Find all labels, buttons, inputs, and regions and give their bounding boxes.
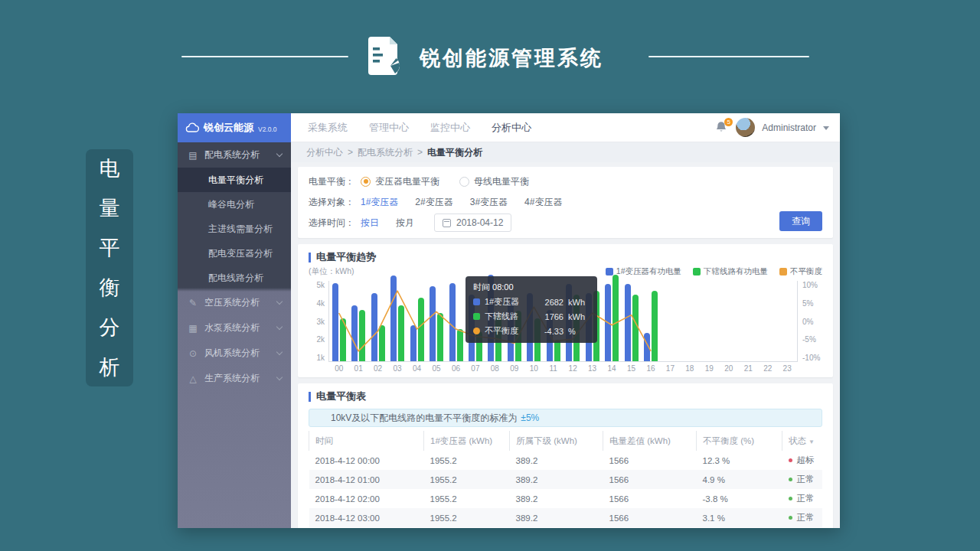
time-mode-按日[interactable]: 按日 [361,217,379,230]
sidebar-version: V2.0.0 [258,126,277,133]
radio-变压器电量平衡[interactable]: 变压器电量平衡 [361,175,439,188]
object-chip-2#变压器[interactable]: 2#变压器 [415,196,452,209]
breadcrumb-item[interactable]: 配电系统分析 [358,146,413,159]
sidebar-item-主进线需量分析[interactable]: 主进线需量分析 [178,217,291,241]
cell-time: 2018-4-12 01:00 [309,470,424,489]
notice-value: ±5% [521,412,539,423]
top-nav-right: 5 Administrator [715,118,829,137]
header-divider-right [648,56,809,57]
user-name[interactable]: Administrator [762,122,816,133]
title-accent-bar [309,253,311,262]
chart-panel-header: 电量平衡趋势 [309,250,822,264]
breadcrumb-item[interactable]: 分析中心 [306,146,343,159]
user-menu-caret-icon[interactable] [823,126,829,133]
cell-下级: 389.2 [510,470,603,489]
sidebar-group-label: 配电系统分析 [204,148,260,161]
legend-label: 下辖线路有功电量 [704,266,768,277]
cloud-icon [185,122,199,133]
time-filter-label: 选择时间： [309,217,361,230]
legend-item-下辖线路有功电量[interactable]: 下辖线路有功电量 [693,266,768,277]
nav-item-采集系统[interactable]: 采集系统 [297,113,358,142]
table-row: 2018-4-12 00:001955.2389.2156612.3 %超标 [309,451,823,470]
top-nav: 采集系统管理中心监控中心分析中心 5 Administrator [291,113,840,142]
sidebar-group-水泵系统分析[interactable]: ▦水泵系统分析 [178,315,291,341]
notification-badge: 5 [724,118,733,126]
sidebar-logo[interactable]: 锐创云能源 V2.0.0 [178,113,291,142]
object-chip-1#变压器[interactable]: 1#变压器 [361,196,398,209]
y-axis-left: 5k4k3k2k1k [309,281,328,362]
chart-plot[interactable]: 时间 08:00 1#变压器2682kWh下辖线路1766kWh不平衡度-4.3… [328,281,798,362]
user-avatar[interactable] [736,118,755,137]
grid-icon: ▤ [188,150,198,161]
nav-item-监控中心[interactable]: 监控中心 [420,113,481,142]
cell-diff: 1566 [603,508,697,527]
sidebar-item-峰谷电分析[interactable]: 峰谷电分析 [178,192,291,217]
tooltip-row: 1#变压器2682kWh [473,296,590,308]
sidebar-group-配电系统分析[interactable]: ▤配电系统分析 [178,142,291,168]
status-label: 正常 [797,474,815,484]
breadcrumb-separator: > [417,147,423,158]
x-tick: 16 [641,364,660,373]
chart-title: 电量平衡趋势 [316,250,376,264]
y-axis-right: 10%5%0%-5%-10% [798,281,822,362]
pump-icon: ▦ [188,323,198,334]
time-mode-按月[interactable]: 按月 [396,217,414,230]
table-header-电量差值 (kWh): 电量差值 (kWh) [603,431,697,451]
sort-icon[interactable]: ▼ [808,439,815,445]
tooltip-row: 下辖线路1766kWh [473,311,590,322]
sidebar-group-空压系统分析[interactable]: ✎空压系统分析 [178,290,291,315]
table-header-状态[interactable]: 状态▼ [782,431,823,451]
cell-status: 超标 [782,451,823,470]
date-picker[interactable]: 2018-04-12 [434,214,511,232]
table-row: 2018-4-12 01:001955.2389.215664.9 %正常 [309,470,823,489]
legend-item-不平衡度[interactable]: 不平衡度 [779,266,822,277]
nav-item-分析中心[interactable]: 分析中心 [481,113,542,142]
sidebar-item-配电线路分析[interactable]: 配电线路分析 [178,266,291,290]
object-chips: 1#变压器2#变压器3#变压器4#变压器 [361,196,579,209]
chart-panel: 电量平衡趋势 (单位：kWh) 1#变压器有功电量下辖线路有功电量不平衡度 5k… [298,244,833,377]
cell-imbalance: 3.1 % [697,508,782,527]
query-button[interactable]: 查询 [779,211,822,231]
tooltip-marker [473,313,480,320]
tooltip-label: 不平衡度 [485,325,518,337]
chart-legend: 1#变压器有功电量下辖线路有功电量不平衡度 [606,266,822,277]
y-tick-right: -5% [802,335,822,344]
sidebar-group-生产系统分析[interactable]: △生产系统分析 [178,366,291,391]
tooltip-label: 1#变压器 [485,296,519,308]
sidebar-group-风机系统分析[interactable]: ⊙风机系统分析 [178,341,291,366]
x-tick: 19 [700,364,719,373]
y-tick-right: 0% [802,318,822,326]
sidebar-item-配电变压器分析[interactable]: 配电变压器分析 [178,241,291,266]
radio-label: 母线电量平衡 [474,175,529,188]
cell-time: 2018-4-12 00:00 [309,451,424,470]
nav-item-管理中心[interactable]: 管理中心 [358,113,420,142]
notifications-button[interactable]: 5 [715,120,729,135]
y-tick-right: 10% [802,281,822,289]
chevron-down-icon [276,151,283,157]
status-dot [789,478,792,481]
chevron-down-icon [276,374,283,380]
x-tick: 17 [661,364,680,373]
balance-radio-group: 变压器电量平衡母线电量平衡 [361,175,549,188]
cell-下级: 389.2 [510,527,603,528]
object-chip-3#变压器[interactable]: 3#变压器 [470,196,508,209]
y-tick-left: 5k [309,281,325,289]
x-tick: 14 [602,364,621,373]
filter-panel: 电量平衡： 变压器电量平衡母线电量平衡 选择对象： 1#变压器2#变压器3#变压… [298,167,833,238]
x-tick: 20 [719,364,738,373]
radio-label: 变压器电量平衡 [375,175,439,188]
table-header-时间: 时间 [309,431,424,451]
table-header-所属下级 (kWh): 所属下级 (kWh) [510,431,603,451]
cell-transformer: 1955.2 [424,508,510,527]
table-header-1#变压器 (kWh): 1#变压器 (kWh) [424,431,510,451]
sidebar-group-label: 水泵系统分析 [204,321,260,334]
x-tick: 09 [505,364,524,373]
sidebar-item-电量平衡分析[interactable]: 电量平衡分析 [178,168,291,192]
tooltip-value: -4.33 [544,327,564,336]
chart-unit-label: (单位：kWh) [309,266,354,277]
table-header-不平衡度 (%): 不平衡度 (%) [697,431,782,451]
object-chip-4#变压器[interactable]: 4#变压器 [524,196,562,209]
radio-母线电量平衡[interactable]: 母线电量平衡 [459,175,529,188]
balance-filter-label: 电量平衡： [309,175,361,188]
x-tick: 23 [777,364,796,373]
